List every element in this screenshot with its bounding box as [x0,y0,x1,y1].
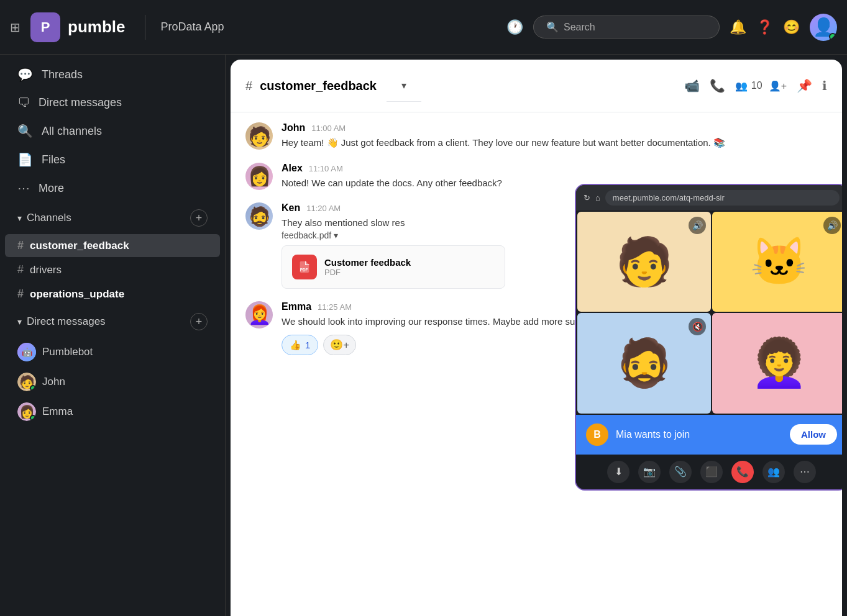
more-controls[interactable]: ⋯ [794,461,816,483]
download-control[interactable]: ⬇ [607,461,630,483]
sidebar-item-threads[interactable]: 💬 Threads [5,61,220,88]
file-type: PDF [324,268,411,277]
alex-name: Alex [282,163,303,174]
emoji-icon[interactable]: 😊 [783,19,800,35]
ken-name: Ken [282,202,300,214]
nav-divider [145,15,145,40]
info-icon[interactable]: ℹ [822,78,827,93]
reaction-count: 1 [305,340,310,350]
mia-video-avatar: 👩‍🦱 [750,336,808,391]
sidebar-item-all-channels[interactable]: 🔍 All channels [5,117,220,145]
sidebar-item-pumblebot[interactable]: 🤖 Pumblebot [5,338,220,366]
hidey-mute-icon: 🔊 [823,217,841,234]
mia-badge: B [586,424,608,446]
john-message-content: John 11:00 AM Hey team! 👋 Just got feedb… [282,122,827,150]
top-navigation: ⊞ P pumble ProData App 🕐 🔍 Search 🔔 ❓ 😊 … [0,0,847,55]
sidebar-item-operations-update[interactable]: # operations_update [5,283,220,306]
app-logo: P [30,12,60,42]
search-placeholder: Search [564,22,595,33]
file-info: Customer feedback PDF [324,257,411,277]
ken-video-avatar: 🧔 [615,336,674,391]
sidebar-item-emma-dm[interactable]: 👩 Emma [5,397,220,426]
john-dm-avatar: 🧑 [17,373,36,391]
sidebar-item-files[interactable]: 📄 Files [5,146,220,173]
ken-mute-icon: 🔇 [689,318,706,335]
help-icon[interactable]: ❓ [756,19,773,35]
add-member-icon[interactable]: 👤+ [769,80,787,92]
channels-chevron-icon: ▾ [17,213,22,223]
dm-section-header[interactable]: ▾ Direct messages + [5,308,220,335]
john-text: Hey team! 👋 Just got feedback from a cli… [282,136,827,150]
main-layout: 💬 Threads 🗨 Direct messages 🔍 All channe… [0,55,847,616]
user-avatar[interactable]: 👤 [810,14,837,41]
pin-icon[interactable]: 📌 [797,78,812,93]
hash-icon: # [17,239,24,252]
pumblebot-avatar: 🤖 [17,343,36,361]
chat-area: # customer_feedback ▾ 📹 📞 👥 10 👤+ 📌 ℹ 🧑 [231,60,842,616]
file-attachment[interactable]: PDF Customer feedback PDF [282,245,505,289]
video-controls: ⬇ 📷 📎 ⬛ 📞 👥 ⋯ [576,455,842,489]
add-reaction-button[interactable]: 🙂+ [323,335,356,355]
john-mute-icon: 🔊 [689,217,706,234]
app-name: pumble [68,17,125,37]
attachment-control[interactable]: 📎 [669,461,692,483]
sidebar-item-customer-feedback[interactable]: # customer_feedback [5,234,220,257]
emma-time: 11:25 AM [318,302,352,312]
search-bar[interactable]: 🔍 Search [533,16,720,38]
history-icon[interactable]: 🕐 [506,19,523,35]
video-cell-hidey: 🐱 🔊 [712,212,842,312]
channel-hash-icon: # [245,79,252,93]
video-grid: 🧑 🔊 🐱 🔊 🧔 🔇 👩‍🦱 [576,211,842,415]
add-channel-button[interactable]: + [190,209,208,227]
sidebar-item-direct-messages[interactable]: 🗨 Direct messages [5,89,220,116]
members-icon: 👥 [735,80,748,92]
john-time: 11:00 AM [311,124,346,133]
channel-name: customer_feedback [260,79,377,93]
channel-chevron-icon[interactable]: ▾ [387,70,421,102]
john-message-header: John 11:00 AM [282,122,827,134]
members-count[interactable]: 👥 10 👤+ [735,80,787,92]
online-indicator [829,33,836,40]
refresh-icon[interactable]: ↻ [584,193,590,202]
svg-text:PDF: PDF [300,268,308,272]
hash-icon: # [17,288,24,301]
video-cell-ken: 🧔 🔇 [577,313,711,413]
end-call-control[interactable]: 📞 [731,461,754,483]
add-dm-button[interactable]: + [190,313,208,330]
sidebar: 💬 Threads 🗨 Direct messages 🔍 All channe… [0,55,226,616]
notifications-icon[interactable]: 🔔 [730,19,746,35]
thumbsup-emoji: 👍 [290,340,301,351]
alex-avatar: 👩 [245,163,273,190]
grid-icon[interactable]: ⊞ [10,20,21,35]
home-icon[interactable]: ⌂ [595,193,600,202]
video-call-icon[interactable]: 📹 [684,78,700,93]
participants-control[interactable]: 👥 [762,461,785,483]
phone-icon[interactable]: 📞 [710,78,725,93]
sidebar-item-drivers[interactable]: # drivers [5,258,220,281]
allow-button[interactable]: Allow [790,424,837,445]
camera-control[interactable]: 📷 [638,461,661,483]
mia-join-text: Mia wants to join [616,429,782,440]
ken-avatar: 🧔 [245,202,273,230]
hidey-video-avatar: 🐱 [750,235,808,289]
direct-messages-icon: 🗨 [17,96,30,110]
chat-header-actions: 📹 📞 👥 10 👤+ 📌 ℹ [684,78,827,93]
sidebar-item-more[interactable]: ⋯ More [5,174,220,202]
message-john: 🧑 John 11:00 AM Hey team! 👋 Just got fee… [245,122,827,150]
files-icon: 📄 [17,152,33,167]
alex-message-header: Alex 11:10 AM [282,163,827,174]
pdf-icon: PDF [292,255,317,279]
workspace-name: ProData App [160,20,224,34]
video-cell-mia: 👩‍🦱 [712,313,842,413]
sidebar-item-john-dm[interactable]: 🧑 John [5,368,220,396]
john-online-dot [30,385,36,391]
hash-icon: # [17,263,24,276]
channels-section-header[interactable]: ▾ Channels + [5,204,220,232]
video-url: meet.pumble.com/atq-medd-sir [605,190,840,206]
search-icon: 🔍 [546,21,559,33]
emma-name: Emma [282,301,311,312]
screen-control[interactable]: ⬛ [700,461,723,483]
thumbsup-reaction[interactable]: 👍 1 [282,335,318,355]
alex-time: 11:10 AM [309,164,343,173]
ken-time: 11:20 AM [306,204,341,213]
